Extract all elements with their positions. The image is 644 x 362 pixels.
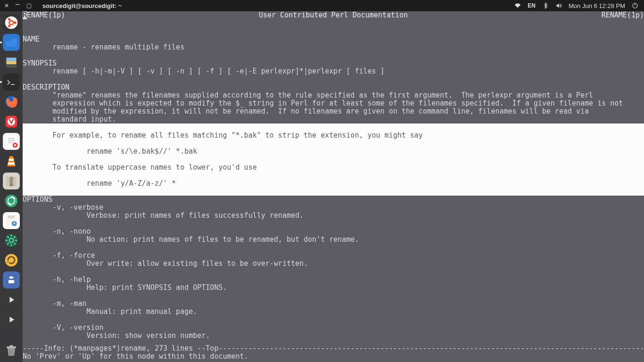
dock-vlc-icon[interactable] xyxy=(3,153,20,170)
window-close-button[interactable]: ✕ xyxy=(3,2,10,9)
dock-settings-green-icon[interactable] xyxy=(3,232,20,249)
dock-trash-icon[interactable] xyxy=(3,342,20,359)
wifi-icon[interactable] xyxy=(514,2,521,9)
dock-texteditor-icon[interactable] xyxy=(3,133,20,150)
bluetooth-icon[interactable] xyxy=(542,2,549,9)
dock-firefox-icon[interactable] xyxy=(3,93,20,110)
dock-software-icon[interactable] xyxy=(3,212,20,229)
manpage-body-upper: NAME rename - renames multiple files SYN… xyxy=(23,19,644,123)
svg-rect-47 xyxy=(9,345,13,347)
dock xyxy=(0,11,23,362)
svg-point-26 xyxy=(5,195,18,207)
svg-rect-23 xyxy=(8,163,15,165)
manpage-body-lower: OPTIONS -v, -verbose Verbose: print name… xyxy=(23,196,644,348)
dock-screenshot-icon[interactable] xyxy=(3,192,20,209)
svg-point-5 xyxy=(8,18,10,20)
manpage-header-left: RENAME(1p) xyxy=(23,11,65,19)
dock-player1-icon[interactable] xyxy=(3,291,20,308)
emacs-minibuffer-message: No 'Prev' or 'Up' for this node within t… xyxy=(23,353,644,362)
svg-rect-11 xyxy=(6,64,16,67)
dock-files-icon[interactable] xyxy=(3,34,20,51)
svg-rect-8 xyxy=(6,38,11,41)
dock-terminal-icon[interactable] xyxy=(3,74,20,90)
svg-rect-9 xyxy=(6,58,16,61)
svg-point-6 xyxy=(8,25,10,27)
emacs-modeline: -----Info: (*manpages*)rename, 273 lines… xyxy=(23,345,644,353)
clock-date[interactable]: Mon Jun 6 12:28 PM xyxy=(569,2,625,9)
dock-disks-icon[interactable] xyxy=(3,54,20,71)
dock-ubuntu-icon[interactable] xyxy=(3,14,20,31)
dock-player2-icon[interactable] xyxy=(3,311,20,328)
svg-rect-22 xyxy=(9,159,14,161)
svg-point-41 xyxy=(5,254,18,267)
window-maximize-button[interactable]: ▢ xyxy=(25,2,33,9)
manpage-header-right: RENAME(1p) xyxy=(602,11,644,19)
highlighted-example-block: For example, to rename all files matchin… xyxy=(23,123,644,196)
svg-rect-12 xyxy=(6,77,17,87)
volume-icon[interactable] xyxy=(555,2,562,9)
dock-vivaldi-icon[interactable] xyxy=(3,113,20,130)
dock-app-blue-icon[interactable] xyxy=(3,272,20,288)
svg-point-32 xyxy=(9,239,14,243)
svg-rect-43 xyxy=(8,280,14,283)
top-panel: ✕ – ▢ sourcedigit@sourcedigit: ~ EN Mon … xyxy=(0,0,644,11)
dock-sync-icon[interactable] xyxy=(3,252,20,269)
manpage-content: RENAME(1p)User Contributed Perl Document… xyxy=(23,11,644,348)
terminal-window[interactable]: RENAME(1p)User Contributed Perl Document… xyxy=(23,11,644,362)
power-icon[interactable] xyxy=(632,2,638,9)
dock-archive-icon[interactable] xyxy=(3,173,20,189)
window-minimize-button[interactable]: – xyxy=(14,0,21,8)
svg-point-4 xyxy=(14,21,16,24)
svg-rect-29 xyxy=(8,215,15,218)
manpage-header-center: User Contributed Perl Documentation xyxy=(65,11,601,19)
window-title: sourcedigit@sourcedigit: ~ xyxy=(42,2,122,9)
svg-rect-10 xyxy=(6,61,16,64)
keyboard-lang-indicator[interactable]: EN xyxy=(528,2,536,9)
